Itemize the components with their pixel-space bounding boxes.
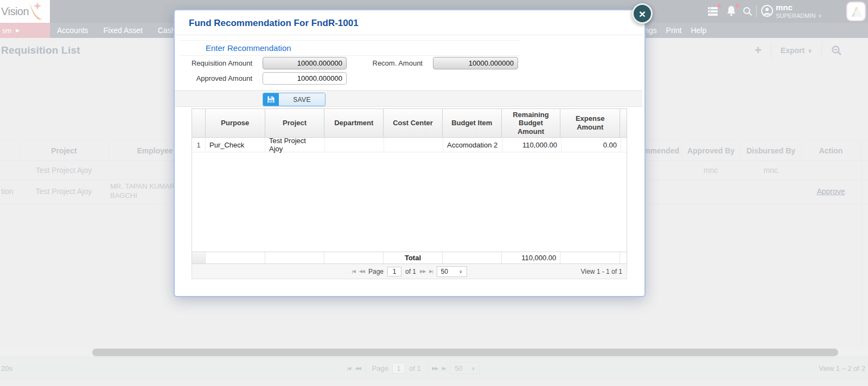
page-size-select[interactable]: 50 ∨: [437, 266, 467, 277]
total-empty-cell: [265, 252, 325, 263]
pager-first-button[interactable]: |◀: [352, 269, 355, 274]
col-header-remaining: Remaining Budget Amount: [502, 109, 561, 137]
requisition-amount-label: Requisition Amount: [175, 57, 252, 69]
cell-expense: 0.00: [561, 138, 621, 152]
grid-pager: |◀ ◀◀ Page of 1 ▶▶ ▶| 50 ∨ View 1 - 1 of…: [192, 264, 627, 279]
recom-amount-field[interactable]: [433, 57, 518, 69]
save-button[interactable]: SAVE: [263, 93, 326, 106]
total-empty-cell: [206, 252, 265, 263]
col-header-budget-item: Budget Item: [443, 109, 502, 137]
total-empty-cell: [324, 252, 384, 263]
cell-cost-center: [384, 138, 443, 152]
total-rownum-cell: [192, 252, 206, 263]
approved-amount-label: Approved Amount: [175, 72, 252, 85]
cell-purpose: Pur_Check: [206, 138, 265, 152]
pager-page-label: Page: [368, 268, 384, 275]
divider: [175, 35, 642, 35]
cell-budget-item: Accomodation 2: [443, 138, 502, 152]
screen: Vision sm ▶ Accounts Fixed Asset Cashboo…: [0, 0, 868, 386]
recommendation-grid: Purpose Project Department Cost Center B…: [192, 108, 627, 279]
total-remaining-value: 110,000.00: [502, 252, 561, 263]
select-chevron-icon: ∨: [459, 269, 463, 274]
col-header-cost-center: Cost Center: [384, 109, 443, 137]
fund-recommendation-dialog: Fund Recommendation For FndR-1001 Enter …: [174, 9, 646, 297]
cell-rownum: 1: [192, 138, 206, 152]
close-x-icon: ×: [639, 8, 646, 20]
col-header-expense: Expense Amount: [560, 109, 620, 137]
pager-next-button[interactable]: ▶▶: [420, 269, 425, 274]
button-strip: [175, 90, 642, 107]
pager-page-input[interactable]: [387, 267, 401, 276]
requisition-amount-field[interactable]: [263, 57, 347, 69]
recom-amount-label: Recom. Amount: [358, 57, 423, 69]
col-header-department: Department: [324, 109, 384, 137]
dialog-close-button[interactable]: ×: [632, 3, 653, 24]
pager-of-label: of 1: [405, 268, 416, 275]
divider: [179, 40, 521, 41]
grid-total-row: Total 110,000.00: [192, 252, 627, 264]
section-title: Enter Recommendation: [206, 43, 291, 53]
grid-body: 1 Pur_Check Test Project Ajoy Accomodati…: [192, 138, 627, 252]
dialog-title: Fund Recommendation For FndR-1001: [189, 18, 359, 29]
total-empty-cell: [560, 252, 620, 263]
total-filler-cell: [620, 252, 627, 263]
save-floppy-icon: [263, 93, 279, 106]
pager-prev-button[interactable]: ◀◀: [359, 269, 365, 274]
total-label: Total: [384, 252, 443, 263]
grid-header: Purpose Project Department Cost Center B…: [192, 108, 627, 138]
grid-row[interactable]: 1 Pur_Check Test Project Ajoy Accomodati…: [192, 138, 627, 152]
cell-remaining: 110,000.00: [502, 138, 561, 152]
save-button-label: SAVE: [279, 93, 325, 106]
page-size-value: 50: [441, 268, 448, 275]
total-empty-cell: [443, 252, 502, 263]
col-header-rownum: [192, 109, 206, 137]
col-header-purpose: Purpose: [206, 109, 265, 137]
pager-last-button[interactable]: ▶|: [429, 269, 432, 274]
col-header-filler: [620, 109, 627, 137]
divider: [179, 55, 521, 56]
cell-department: [325, 138, 384, 152]
col-header-project: Project: [265, 109, 325, 137]
view-range-label: View 1 - 1 of 1: [581, 264, 623, 279]
approved-amount-field[interactable]: [263, 72, 347, 85]
cell-project: Test Project Ajoy: [265, 138, 325, 152]
